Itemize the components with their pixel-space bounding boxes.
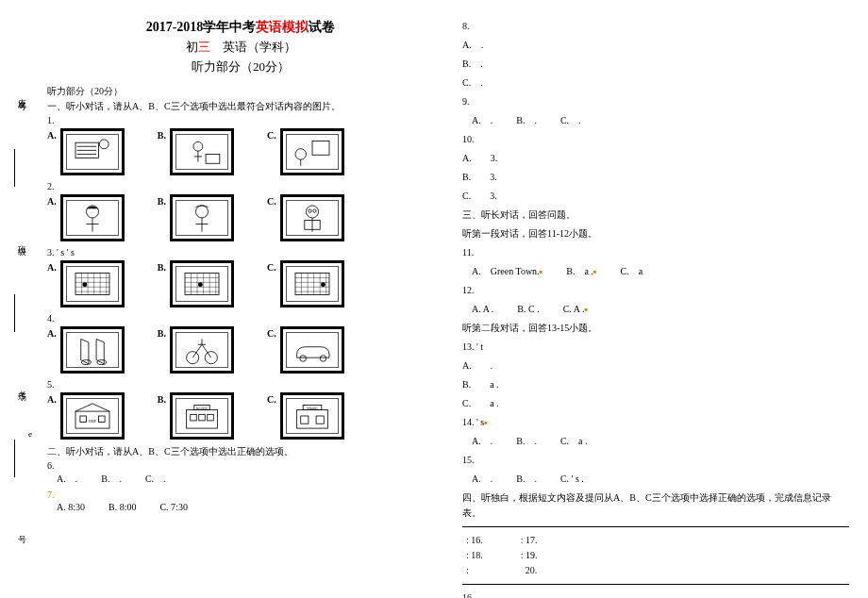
svg-point-20: [187, 352, 199, 364]
stamp-image: 明月饭店: [170, 392, 234, 440]
question-8: 8.: [462, 19, 849, 34]
q7-opt-a: A. 8:30: [57, 502, 85, 512]
section-header: 听力部分（20分）: [47, 58, 434, 75]
part3-sub2: 听第二段对话，回答13-15小题。: [462, 321, 849, 336]
title-red: 英语模拟: [256, 20, 309, 34]
svg-point-1: [99, 140, 108, 149]
opt-label: C.: [267, 196, 276, 207]
part3-header: 三、听长对话，回答问题。: [462, 208, 849, 223]
opt-label: A.: [47, 328, 57, 339]
question-7: 7.: [47, 490, 434, 500]
stamp-image: [280, 128, 344, 175]
info-record-table: : 16. : 17. : 18. : 19. : 20.: [462, 526, 849, 585]
q11-opt-c: C. a: [620, 264, 643, 279]
svg-point-10: [312, 209, 315, 212]
q11-opt-b: B. a .■: [566, 264, 596, 279]
subtitle-pre: 初: [186, 40, 198, 54]
stamp-image: [170, 128, 234, 175]
question-6: 6.: [47, 460, 434, 471]
q15-opt-b: B. .: [516, 472, 537, 487]
q7-opt-b: B. 8:00: [108, 502, 136, 512]
svg-text:明月饭店: 明月饭店: [196, 407, 208, 410]
q3-options: A. B. C.: [47, 260, 434, 307]
question-15: 15.: [462, 453, 849, 468]
svg-rect-4: [312, 141, 329, 156]
table-row-2: : 18. : 19.: [466, 548, 845, 563]
opt-label: A.: [47, 130, 57, 141]
left-column: 2017-2018学年中考英语模拟试卷 初三 英语（学科） 听力部分（20分） …: [47, 19, 434, 598]
part1-instructions: 一、听小对话，请从A、B、C三个选项中选出最符合对话内容的图片。: [47, 100, 434, 113]
question-14: 14. ' s■: [462, 415, 849, 430]
label-exam-room: 考场: [9, 384, 28, 388]
opt-label: B.: [158, 196, 166, 207]
stamp-image: SHOP: [60, 392, 125, 440]
q1-options: A. B. C.: [47, 128, 434, 175]
question-3: 3. ' s ' s: [47, 247, 434, 257]
svg-point-5: [295, 149, 306, 159]
stamp-image: [280, 260, 344, 307]
svg-text:SHOP: SHOP: [89, 420, 97, 424]
svg-point-22: [300, 356, 307, 362]
exam-header: 2017-2018学年中考英语模拟试卷 初三 英语（学科） 听力部分（20分）: [47, 19, 434, 75]
q8-opt-c: C. .: [462, 75, 849, 91]
q14-opt-b: B. .: [516, 434, 537, 449]
q13-opt-b: B. a .: [462, 377, 849, 392]
svg-rect-37: [300, 416, 308, 424]
listening-score-header: 听力部分（20分）: [47, 85, 434, 98]
stamp-image: [60, 194, 125, 241]
question-12: 12.: [462, 283, 849, 298]
stamp-image: [60, 260, 125, 307]
question-1: 1.: [47, 115, 434, 125]
label-seat: 座次号: [9, 91, 28, 97]
stamp-image: [280, 194, 344, 241]
opt-label: C.: [267, 328, 276, 339]
svg-rect-26: [98, 416, 105, 423]
stamp-image: [60, 326, 125, 374]
q13-opt-c: C. a .: [462, 396, 849, 411]
q9-opt-b: B. .: [516, 113, 537, 128]
opt-label: B.: [158, 262, 166, 273]
stamp-image: 光明剧院: [280, 392, 344, 440]
q4-options: A. B. C.: [47, 326, 434, 374]
svg-point-2: [193, 141, 203, 151]
q10-opt-c: C. 3.: [462, 189, 849, 204]
q11-opt-a: A. Green Town.■: [472, 264, 542, 279]
label-class: 班级: [9, 239, 28, 242]
subtitle-red: 三: [198, 40, 210, 54]
q12-opt-b: B. C .: [517, 302, 539, 317]
q6-opt-c: C. .: [145, 473, 166, 486]
opt-label: B.: [158, 130, 166, 141]
stamp-image: [170, 326, 234, 374]
question-11: 11.: [462, 245, 849, 260]
question-10: 10.: [462, 132, 849, 147]
question-4: 4.: [47, 313, 434, 324]
opt-label: C.: [267, 394, 276, 405]
question-9: 9.: [462, 94, 849, 109]
q6-opt-b: B. .: [101, 473, 122, 486]
svg-point-7: [195, 206, 208, 218]
q2-options: A. B. C.: [47, 194, 434, 241]
q9-opt-c: C. .: [560, 113, 581, 128]
svg-rect-28: [187, 409, 218, 428]
part3-sub1: 听第一段对话，回答11-12小题。: [462, 226, 849, 241]
q5-options: A. SHOP B. 明月饭店 C. 光明剧院: [47, 392, 434, 440]
q8-opt-b: B. .: [462, 57, 849, 72]
opt-label: B.: [158, 328, 166, 339]
table-row-3: : 20.: [466, 563, 845, 578]
opt-label: C.: [267, 262, 276, 273]
opt-label: A.: [47, 196, 57, 207]
q14-opt-c: C. a .: [560, 434, 588, 449]
stamp-image: [170, 260, 234, 307]
q14-opt-a: A. .: [472, 434, 492, 449]
opt-label: A.: [47, 394, 57, 405]
q10-opt-b: B. 3.: [462, 170, 849, 185]
opt-label: B.: [158, 394, 166, 405]
label-number: 号: [9, 528, 28, 530]
opt-label: C.: [267, 130, 276, 141]
stamp-image: [280, 326, 344, 374]
subtitle-post: 英语（学科）: [210, 40, 296, 54]
q7-opt-c: C. 7:30: [159, 502, 187, 512]
svg-point-23: [320, 356, 326, 362]
q12-opt-c: C. A .■: [563, 302, 588, 317]
q15-opt-c: C. ' s .: [560, 472, 584, 487]
